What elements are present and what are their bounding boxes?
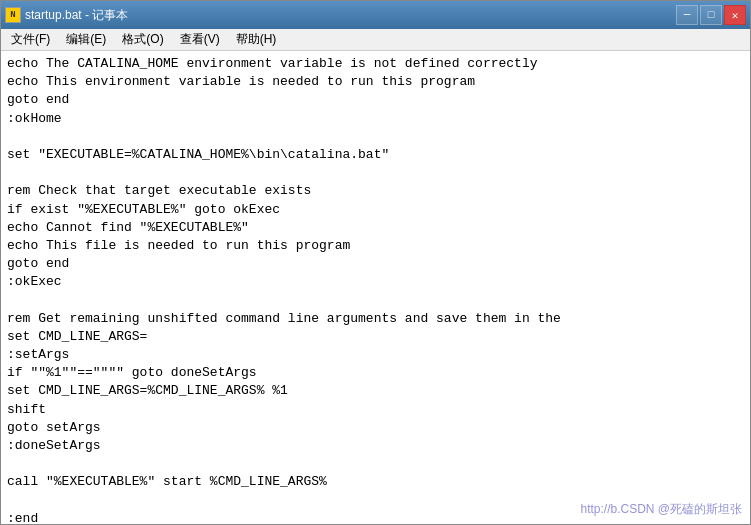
menu-format[interactable]: 格式(O) bbox=[114, 29, 171, 50]
window-title: startup.bat - 记事本 bbox=[25, 7, 128, 24]
app-icon: N bbox=[5, 7, 21, 23]
notepad-window: N startup.bat - 记事本 ─ □ ✕ 文件(F) 编辑(E) 格式… bbox=[0, 0, 751, 525]
menu-edit[interactable]: 编辑(E) bbox=[58, 29, 114, 50]
menu-view[interactable]: 查看(V) bbox=[172, 29, 228, 50]
menu-file[interactable]: 文件(F) bbox=[3, 29, 58, 50]
title-bar: N startup.bat - 记事本 ─ □ ✕ bbox=[1, 1, 750, 29]
menu-bar: 文件(F) 编辑(E) 格式(O) 查看(V) 帮助(H) bbox=[1, 29, 750, 51]
title-bar-left: N startup.bat - 记事本 bbox=[5, 7, 128, 24]
content-area: echo The CATALINA_HOME environment varia… bbox=[1, 51, 750, 524]
text-editor[interactable]: echo The CATALINA_HOME environment varia… bbox=[1, 51, 750, 524]
close-button[interactable]: ✕ bbox=[724, 5, 746, 25]
menu-help[interactable]: 帮助(H) bbox=[228, 29, 285, 50]
window-controls: ─ □ ✕ bbox=[676, 5, 746, 25]
maximize-button[interactable]: □ bbox=[700, 5, 722, 25]
minimize-button[interactable]: ─ bbox=[676, 5, 698, 25]
